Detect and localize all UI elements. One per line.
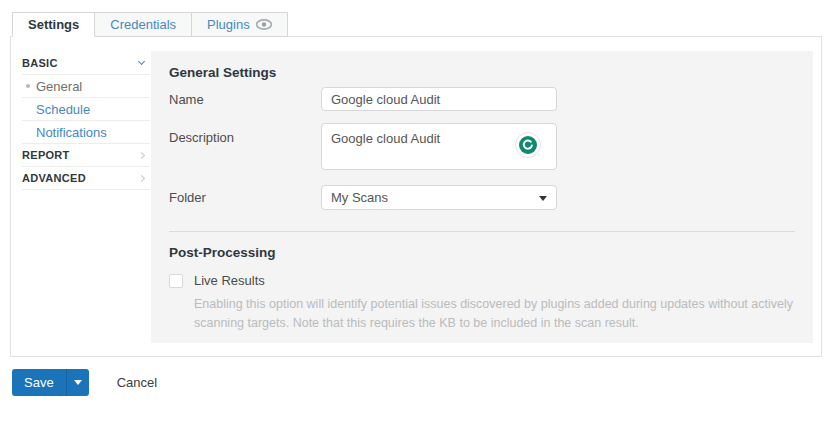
tab-settings-label: Settings (28, 13, 79, 36)
live-results-label: Live Results (194, 273, 265, 288)
chevron-down-icon (138, 58, 145, 65)
name-label: Name (169, 87, 321, 111)
chevron-right-icon (138, 174, 145, 181)
description-label: Description (169, 123, 321, 170)
caret-down-icon (74, 380, 82, 385)
description-row: Description Google cloud Audit (169, 123, 795, 170)
eye-icon (256, 19, 272, 30)
tab-bar: Settings Credentials Plugins (12, 12, 288, 37)
sidebar-item-notifications[interactable]: Notifications (22, 121, 150, 144)
sidebar-item-schedule-label: Schedule (36, 102, 90, 117)
description-field-wrap: Google cloud Audit (321, 123, 557, 170)
tab-credentials[interactable]: Credentials (94, 12, 192, 37)
tab-credentials-label: Credentials (110, 13, 176, 36)
footer-actions: Save Cancel (12, 369, 157, 396)
save-options-button[interactable] (66, 369, 89, 396)
bullet-icon (26, 84, 30, 88)
sidebar-item-general[interactable]: General (22, 75, 150, 98)
sidebar-item-general-label: General (36, 79, 82, 94)
folder-select-value: My Scans (331, 190, 388, 205)
save-split-button: Save (12, 369, 89, 396)
live-results-checkbox[interactable] (169, 274, 183, 288)
folder-label: Folder (169, 185, 321, 210)
sidebar-section-report-label: REPORT (22, 149, 70, 161)
tab-settings[interactable]: Settings (12, 12, 95, 37)
sidebar-section-report[interactable]: REPORT (22, 144, 150, 167)
sidebar-item-schedule[interactable]: Schedule (22, 98, 150, 121)
save-button[interactable]: Save (12, 369, 66, 396)
section-divider (169, 231, 795, 232)
name-row: Name (169, 87, 795, 111)
chevron-right-icon (138, 151, 145, 158)
sidebar-item-notifications-label: Notifications (36, 125, 107, 140)
name-input[interactable] (321, 87, 557, 111)
sidebar-section-basic[interactable]: BASIC (22, 52, 150, 75)
sidebar-section-advanced-label: ADVANCED (22, 172, 86, 184)
live-results-help-text: Enabling this option will identify poten… (194, 295, 800, 333)
tab-plugins-label: Plugins (207, 13, 250, 36)
post-processing-title: Post-Processing (169, 245, 795, 260)
sidebar-section-advanced[interactable]: ADVANCED (22, 167, 150, 190)
folder-row: Folder My Scans (169, 185, 795, 210)
cancel-button[interactable]: Cancel (117, 375, 157, 390)
folder-select[interactable]: My Scans (321, 185, 557, 210)
live-results-row: Live Results (169, 273, 795, 288)
grammarly-icon[interactable] (515, 132, 541, 158)
general-settings-title: General Settings (169, 65, 795, 80)
general-settings-panel: General Settings Name Description Google… (151, 51, 813, 343)
tab-plugins[interactable]: Plugins (191, 12, 288, 37)
sidebar-section-basic-label: BASIC (22, 57, 58, 69)
settings-content-box: BASIC General Schedule Notifications REP… (10, 36, 822, 357)
settings-sidebar: BASIC General Schedule Notifications REP… (22, 52, 150, 190)
caret-down-icon (539, 196, 547, 201)
